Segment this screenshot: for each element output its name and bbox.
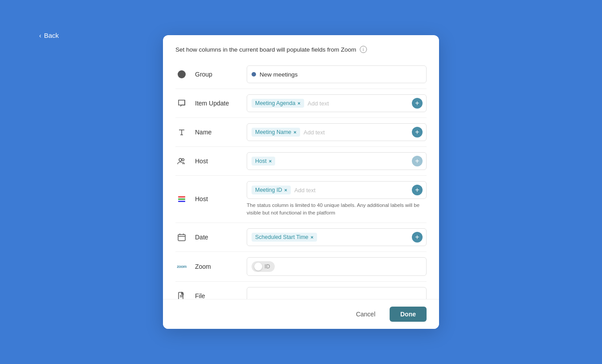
back-label: Back <box>44 32 59 39</box>
field-row-zoom: zoom Zoom ID <box>175 252 427 282</box>
date-add-button[interactable]: + <box>412 232 423 243</box>
field-label-date: Date <box>195 234 240 241</box>
item-update-add-button[interactable]: + <box>412 98 423 109</box>
field-label-group: Group <box>195 71 240 78</box>
field-row-date: Date Scheduled Start Time × + <box>175 223 427 252</box>
comment-icon <box>175 99 188 108</box>
tag-text: Host <box>255 158 267 164</box>
name-input-box[interactable]: Meeting Name × Add text + <box>247 123 427 141</box>
scheduled-start-time-tag: Scheduled Start Time × <box>252 233 317 242</box>
meeting-name-tag: Meeting Name × <box>252 128 300 137</box>
meeting-name-tag-remove[interactable]: × <box>293 129 296 135</box>
field-row-group: Group New meetings <box>175 60 427 89</box>
field-input-host-people: Host × + <box>247 152 427 170</box>
description-text: Set how columns in the current board wil… <box>175 46 356 53</box>
modal-footer: Cancel Done <box>163 299 439 329</box>
name-placeholder: Add text <box>304 129 325 136</box>
field-input-date: Scheduled Start Time × + <box>247 228 427 246</box>
toggle-knob <box>254 263 262 271</box>
tag-text: Meeting ID <box>255 187 282 193</box>
status-note: The status column is limited to 40 uniqu… <box>247 202 427 217</box>
host-people-input-box[interactable]: Host × + <box>247 152 427 170</box>
status-icon <box>175 194 188 203</box>
field-input-zoom: ID <box>247 257 427 276</box>
field-input-host-status: Meeting ID × Add text + The status colum… <box>247 181 427 217</box>
meeting-id-tag-remove[interactable]: × <box>284 187 287 193</box>
zoom-logo-text: zoom <box>177 264 187 269</box>
toggle-label: ID <box>264 263 270 270</box>
field-label-zoom: Zoom <box>195 263 240 270</box>
item-update-input-box[interactable]: Meeting Agenda × Add text + <box>247 94 427 112</box>
cancel-button[interactable]: Cancel <box>347 307 384 322</box>
tag-text: Scheduled Start Time <box>255 234 309 240</box>
zoom-toggle[interactable]: ID <box>252 261 275 272</box>
svg-rect-3 <box>178 196 185 198</box>
field-label-host-people: Host <box>195 158 240 165</box>
host-status-add-button[interactable]: + <box>412 185 423 195</box>
modal: Set how columns in the current board wil… <box>163 35 439 329</box>
file-icon <box>175 291 188 299</box>
tag-text: Meeting Agenda <box>255 100 295 106</box>
svg-rect-6 <box>178 235 185 241</box>
meeting-id-tag: Meeting ID × <box>252 186 291 194</box>
meeting-agenda-tag-remove[interactable]: × <box>297 101 300 106</box>
field-row-host-people: Host Host × + <box>175 147 427 176</box>
back-button[interactable]: ‹ Back <box>39 32 59 39</box>
outer-container: ‹ Back When... Set how columns in the cu… <box>29 22 573 342</box>
group-icon <box>175 70 188 79</box>
file-input-box[interactable] <box>247 287 427 299</box>
back-chevron-icon: ‹ <box>39 32 41 39</box>
name-add-button[interactable]: + <box>412 127 423 138</box>
field-label-item-update: Item Update <box>195 100 240 107</box>
svg-point-2 <box>182 159 184 161</box>
field-row-name: Name Meeting Name × Add text + <box>175 118 427 147</box>
host-status-placeholder: Add text <box>294 187 316 194</box>
tag-text: Meeting Name <box>255 129 291 135</box>
zoom-input-box[interactable]: ID <box>247 257 427 276</box>
people-icon <box>175 157 188 166</box>
field-label-host-status: Host <box>195 195 240 202</box>
calendar-icon <box>175 233 188 242</box>
field-input-item-update: Meeting Agenda × Add text + <box>247 94 427 112</box>
host-status-input-box[interactable]: Meeting ID × Add text + <box>247 181 427 199</box>
modal-header: Set how columns in the current board wil… <box>163 35 439 60</box>
text-icon <box>175 128 188 137</box>
svg-point-1 <box>179 158 182 161</box>
field-row-item-update: Item Update Meeting Agenda × Add text + <box>175 89 427 118</box>
host-tag-remove[interactable]: × <box>269 158 272 164</box>
group-value: New meetings <box>260 71 298 78</box>
svg-rect-5 <box>178 201 185 202</box>
group-input-box[interactable]: New meetings <box>247 65 427 83</box>
info-icon[interactable]: i <box>360 46 367 53</box>
done-button[interactable]: Done <box>390 307 427 322</box>
host-people-add-button[interactable]: + <box>412 156 423 166</box>
field-input-file <box>247 287 427 299</box>
item-update-placeholder: Add text <box>308 100 329 107</box>
group-dot <box>252 72 256 77</box>
svg-point-0 <box>178 70 186 78</box>
zoom-icon: zoom <box>175 264 188 269</box>
field-row-host-status: Host Meeting ID × Add text + The status … <box>175 176 427 223</box>
field-label-name: Name <box>195 129 240 136</box>
meeting-agenda-tag: Meeting Agenda × <box>252 99 304 108</box>
date-input-box[interactable]: Scheduled Start Time × + <box>247 228 427 246</box>
modal-description: Set how columns in the current board wil… <box>175 46 427 53</box>
field-input-group: New meetings <box>247 65 427 83</box>
scheduled-start-time-tag-remove[interactable]: × <box>311 235 313 240</box>
field-input-name: Meeting Name × Add text + <box>247 123 427 141</box>
modal-body: Group New meetings Item Update <box>163 60 439 299</box>
svg-rect-4 <box>178 198 185 200</box>
field-row-file: File <box>175 282 427 299</box>
field-label-file: File <box>195 292 240 299</box>
host-tag: Host × <box>252 157 275 166</box>
